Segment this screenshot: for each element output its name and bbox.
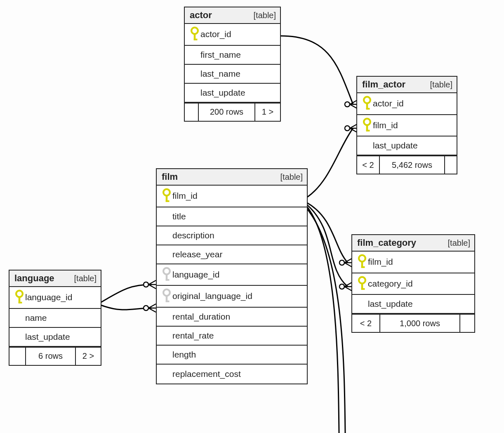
svg-rect-12 (366, 129, 370, 131)
column-name: category_id (368, 279, 413, 289)
column-row: title (157, 207, 307, 226)
entity-header: language [table] (9, 271, 101, 287)
svg-rect-30 (19, 302, 22, 304)
row-count: 5,462 rows (380, 156, 445, 174)
entity-type: [table] (430, 80, 452, 89)
svg-point-28 (16, 291, 23, 297)
entity-header: film [table] (157, 169, 307, 186)
entity-footer: < 2 5,462 rows (357, 155, 457, 174)
column-row: first_name (185, 46, 280, 65)
svg-rect-21 (166, 301, 170, 302)
footer-right[interactable] (445, 156, 457, 174)
column-row: last_update (357, 136, 457, 155)
primary-key-icon (361, 118, 373, 134)
primary-key-icon (161, 188, 172, 204)
primary-key-icon (189, 26, 200, 42)
column-row: release_year (157, 245, 307, 264)
svg-point-10 (364, 118, 370, 125)
entity-footer: 6 rows 2 > (9, 347, 101, 365)
svg-point-16 (163, 268, 170, 274)
column-name: language_id (172, 270, 219, 280)
column-row: replacement_cost (157, 365, 307, 384)
column-name: film_id (368, 257, 393, 267)
entity-film-actor[interactable]: film_actor [table] actor_id film_id last… (356, 76, 457, 174)
entity-name: film (162, 172, 178, 182)
column-name: last_update (373, 141, 418, 151)
column-name: last_name (200, 69, 240, 79)
column-name: language_id (25, 292, 72, 302)
column-name: last_update (200, 88, 245, 98)
svg-rect-6 (194, 39, 198, 40)
footer-nav-right[interactable]: 1 > (255, 104, 280, 121)
entity-header: film_category [table] (352, 235, 474, 252)
footer-nav-left[interactable]: < 2 (357, 156, 380, 174)
entity-header: actor [table] (185, 7, 280, 24)
entity-language[interactable]: language [table] language_id name last_u… (9, 270, 101, 366)
primary-key-icon (361, 96, 373, 112)
column-row: film_id (157, 186, 307, 207)
column-name: title (172, 212, 186, 221)
svg-rect-27 (361, 288, 365, 289)
column-row: last_name (185, 65, 280, 84)
column-row: film_id (357, 115, 457, 137)
entity-name: language (14, 273, 54, 284)
foreign-key-icon (161, 288, 172, 304)
column-name: last_update (368, 299, 413, 309)
entity-actor[interactable]: actor [table] actor_id first_name last_n… (184, 7, 281, 122)
footer-right[interactable] (460, 315, 474, 332)
column-name: rental_duration (172, 312, 230, 322)
footer-left[interactable] (185, 104, 199, 121)
svg-point-13 (163, 189, 170, 196)
column-row: original_language_id (157, 286, 307, 308)
column-name: film_id (373, 120, 398, 130)
column-row: name (9, 309, 101, 328)
column-row: last_update (185, 84, 280, 103)
column-row: rental_duration (157, 308, 307, 327)
column-name: rental_rate (172, 331, 214, 341)
entity-type: [table] (254, 11, 276, 20)
entity-film-category[interactable]: film_category [table] film_id category_i… (351, 234, 475, 333)
entity-name: film_category (357, 238, 416, 248)
column-name: actor_id (373, 99, 404, 108)
entity-film[interactable]: film [table] film_id title description r… (156, 168, 308, 384)
column-name: name (25, 313, 47, 323)
column-row: last_update (9, 328, 101, 347)
column-row: actor_id (357, 93, 457, 115)
column-name: actor_id (200, 29, 231, 39)
column-name: last_update (25, 332, 70, 342)
svg-point-25 (359, 277, 365, 283)
svg-point-19 (163, 289, 170, 296)
entity-footer: 200 rows 1 > (185, 103, 280, 121)
entity-name: actor (190, 10, 212, 21)
primary-key-icon (356, 276, 368, 292)
footer-left[interactable] (9, 348, 26, 365)
column-name: original_language_id (172, 291, 252, 301)
primary-key-icon (14, 289, 25, 306)
column-name: release_year (172, 249, 222, 259)
column-row: language_id (157, 264, 307, 286)
svg-point-7 (364, 97, 370, 104)
svg-point-4 (191, 28, 198, 34)
svg-point-22 (359, 255, 365, 262)
svg-rect-15 (166, 200, 170, 202)
column-row: category_id (352, 273, 474, 295)
footer-nav-left[interactable]: < 2 (352, 315, 380, 332)
entity-name: film_actor (362, 79, 405, 90)
footer-nav-right[interactable]: 2 > (76, 348, 101, 365)
column-row: language_id (9, 287, 101, 309)
entity-type: [table] (448, 238, 470, 248)
entity-type: [table] (280, 172, 303, 182)
entity-footer: < 2 1,000 rows (352, 314, 474, 332)
foreign-key-icon (161, 267, 172, 283)
column-name: description (172, 231, 214, 240)
svg-rect-24 (361, 266, 365, 268)
row-count: 200 rows (199, 104, 255, 121)
column-row: length (157, 346, 307, 365)
column-name: length (172, 350, 196, 360)
svg-rect-9 (366, 108, 370, 110)
column-name: film_id (172, 191, 198, 201)
column-name: replacement_cost (172, 369, 241, 379)
entity-header: film_actor [table] (357, 77, 457, 93)
row-count: 1,000 rows (380, 315, 460, 332)
column-row: film_id (352, 252, 474, 273)
